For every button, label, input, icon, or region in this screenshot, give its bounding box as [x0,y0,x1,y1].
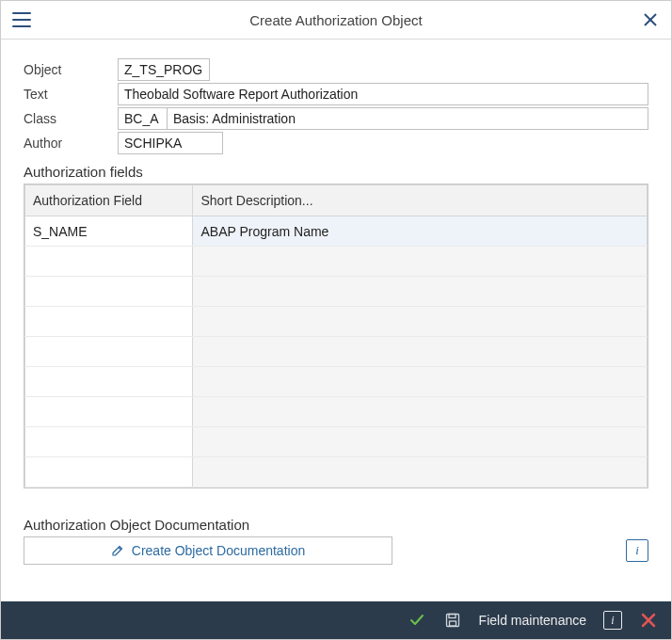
footer-bar: Field maintenance i [1,601,671,639]
label-author: Author [24,132,118,154]
close-icon [644,13,657,26]
cell-field[interactable] [25,247,193,277]
save-icon [445,613,460,628]
svg-rect-3 [449,615,456,618]
table-row[interactable] [25,427,648,457]
info-icon: i [635,543,639,558]
cell-desc[interactable]: ABAP Program Name [193,216,648,247]
table-row[interactable] [25,277,648,307]
field-maintenance-button[interactable]: Field maintenance [479,613,586,628]
accept-button[interactable] [408,611,426,630]
table-row[interactable] [25,457,648,488]
menu-button[interactable] [10,8,33,31]
input-class-code[interactable]: BC_A [118,107,167,130]
check-icon [409,613,424,628]
create-doc-button[interactable]: Create Object Documentation [24,536,392,565]
row-author: Author SCHIPKA [24,132,648,154]
close-button[interactable] [639,8,662,31]
cell-desc[interactable] [193,427,648,457]
cell-desc[interactable] [193,457,648,488]
cell-field[interactable] [25,457,193,488]
row-text: Text Theobald Software Report Authorizat… [24,83,648,105]
cell-desc[interactable] [193,337,648,367]
row-class: Class BC_A Basis: Administration [24,107,648,130]
table-row[interactable] [25,397,648,427]
table-row[interactable] [25,307,648,337]
auth-fields-table: Authorization Field Short Description...… [24,184,648,488]
cell-field[interactable] [25,427,193,457]
col-header-desc[interactable]: Short Description... [193,185,648,216]
table-row[interactable] [25,367,648,397]
label-text: Text [24,83,118,105]
cell-field[interactable]: S_NAME [25,216,193,247]
heading-doc: Authorization Object Documentation [24,517,648,533]
cancel-icon [641,613,656,628]
pencil-icon [111,544,124,557]
doc-section: Authorization Object Documentation Creat… [24,517,648,565]
heading-auth-fields: Authorization fields [24,164,648,180]
doc-info-button[interactable]: i [626,539,648,562]
dialog-window: Create Authorization Object Object Z_TS_… [0,0,672,640]
input-author[interactable]: SCHIPKA [118,132,223,154]
cell-field[interactable] [25,337,193,367]
svg-rect-4 [449,621,456,626]
input-text[interactable]: Theobald Software Report Authorization [118,83,648,105]
cell-field[interactable] [25,367,193,397]
footer-info-button[interactable]: i [603,611,622,630]
titlebar: Create Authorization Object [1,1,671,40]
input-class-desc[interactable]: Basis: Administration [167,107,648,130]
table-row[interactable] [25,247,648,277]
create-doc-label: Create Object Documentation [132,543,305,558]
cell-field[interactable] [25,307,193,337]
label-object: Object [24,58,118,81]
label-class: Class [24,107,118,130]
input-object[interactable]: Z_TS_PROG [118,58,210,81]
cell-desc[interactable] [193,367,648,397]
col-header-field[interactable]: Authorization Field [25,185,193,216]
info-icon: i [603,611,622,630]
cell-field[interactable] [25,397,193,427]
content-area: Object Z_TS_PROG Text Theobald Software … [1,40,671,601]
table-header-row: Authorization Field Short Description... [25,185,648,216]
cell-desc[interactable] [193,307,648,337]
cell-desc[interactable] [193,277,648,307]
cell-desc[interactable] [193,397,648,427]
table-row[interactable]: S_NAME ABAP Program Name [25,216,648,247]
dialog-title: Create Authorization Object [33,12,639,28]
cancel-button[interactable] [639,611,658,630]
table-row[interactable] [25,337,648,367]
save-button[interactable] [443,611,462,630]
cell-desc[interactable] [193,247,648,277]
row-object: Object Z_TS_PROG [24,58,648,81]
cell-field[interactable] [25,277,193,307]
